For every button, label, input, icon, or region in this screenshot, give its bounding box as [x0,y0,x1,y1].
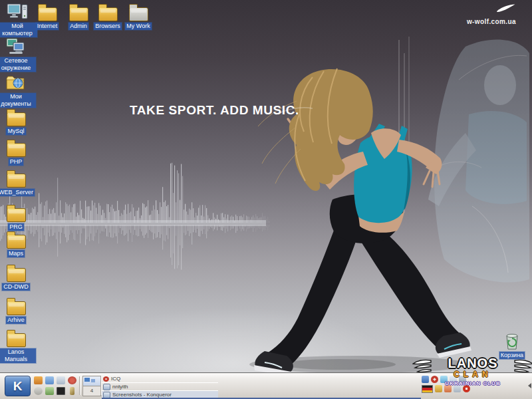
taskbar-window-title: nntyith [112,384,128,390]
taskbar-window-icq[interactable]: ICQ [102,375,218,383]
desktop-icon-label: Internet [36,23,59,30]
folder-icon [103,392,110,398]
desktop-icon-label: CD-DWD [2,283,30,291]
taskbar-window-title: ICQ [111,376,120,382]
pager-desktop-4[interactable]: 4 [83,386,100,395]
desktop-icon-my-work[interactable]: My Work [118,1,158,30]
keyboard-layout-flag-icon[interactable] [422,385,433,393]
desktop-icon-label: Сетевое окружение [0,57,36,72]
folder-icon [38,1,57,21]
desktop-icon-label: MySql [6,128,25,135]
my-computer-icon [7,1,28,21]
nike-dancer-artwork [0,0,532,399]
pager-desktop-active[interactable] [83,376,100,386]
wallpaper-slogan: TAKE SPORT. ADD MUSIC. [130,103,299,118]
desktop-icon-lanos-manuals[interactable]: Lanos Manuals [0,327,36,363]
taskbar-separator [79,376,80,395]
home-icon[interactable] [34,376,43,384]
tray-icon-yellow[interactable] [435,385,442,392]
globe-icon[interactable] [34,387,43,395]
ghost-figure [428,39,529,282]
desktop-icon-label: Arhive [6,317,26,324]
red-app-icon[interactable] [68,376,76,384]
desktop-icon-label: Lanos Manuals [0,348,36,363]
folder-icon [7,168,26,188]
desktop-icon-label: Корзина [499,352,525,359]
icq-flower-icon [103,376,109,382]
desktop-icon-arhive[interactable]: Arhive [0,295,36,324]
desktop-icon-recycle-bin[interactable]: Корзина [492,331,532,359]
documents-folder-icon [5,72,27,92]
taskbar-separator [100,376,101,395]
folder-icon [7,137,26,157]
tray-icon-blue[interactable] [422,376,429,383]
window-icon[interactable] [57,376,65,384]
nike-swoosh-icon [496,4,516,13]
desktop-icon-cd-dwd[interactable]: CD-DWD [0,262,36,291]
folder-icon [7,202,26,222]
desktop-icon-label: Browsers [94,23,122,30]
desktop-icon-my-documents[interactable]: Мои документы [0,72,36,108]
window-list: ICQ nntyith Screenshots - Konqueror [102,375,218,399]
desktop-icon-maps[interactable]: Maps [0,229,36,257]
folder-gray-icon [129,1,148,21]
taskbar: K 4 ICQ nntyith Screenshots - Konqueror [0,373,532,399]
tray-icon-pale[interactable] [454,385,461,392]
desktop-icon-web-server[interactable]: WEB_Server [0,168,36,196]
desktop-icon-label: Мои документы [0,93,36,108]
tray-icon-gray[interactable] [459,376,466,383]
folder-icon [98,1,118,21]
network-icon [6,36,26,56]
tray-icon-red-o[interactable] [463,385,470,392]
pen-icon[interactable] [70,387,74,395]
tray-icon-cube[interactable] [440,376,448,383]
terminal-icon[interactable] [57,387,65,395]
desktop-icon-label: My Work [125,23,151,30]
folder-icon [69,1,88,21]
desktop-icon-prg[interactable]: PRG [0,202,36,231]
desktop-wallpaper: TAKE SPORT. ADD MUSIC. w-wolf.com.ua [0,0,532,399]
desktop-icon-label: Maps [7,250,25,257]
taskbar-window-folder[interactable]: nntyith [102,383,218,391]
folder-icon [7,229,26,249]
desktop-icon-label: Admin [68,23,88,30]
system-tray [422,376,528,396]
tray-icon-orange[interactable] [444,385,452,392]
desktop-icon-mysql[interactable]: MySql [0,106,36,135]
recycle-bin-icon [503,331,521,350]
tray-icq-flower-icon[interactable] [431,376,438,383]
taskbar-window-title: Screenshots - Konqueror [112,392,172,398]
desktop-icon-label: WEB_Server [0,189,35,196]
folder-icon [103,384,110,390]
desktop-icon-network[interactable]: Сетевое окружение [0,36,36,72]
tray-icon-light[interactable] [450,376,457,383]
folder-icon [7,262,26,282]
panel-hide-arrow[interactable] [528,383,531,388]
quick-launch [33,376,77,396]
desktop-icon-php[interactable]: PHP [0,137,36,166]
image-viewer-icon[interactable] [45,387,54,395]
display-icon[interactable] [45,376,54,384]
k-menu-button[interactable]: K [5,376,31,396]
folder-icon [7,327,26,347]
wallpaper-url: w-wolf.com.ua [467,18,516,25]
folder-icon [7,295,26,315]
desktop-pager[interactable]: 4 [82,376,101,396]
folder-icon [7,106,26,126]
desktop-icon-label: PHP [9,158,24,166]
